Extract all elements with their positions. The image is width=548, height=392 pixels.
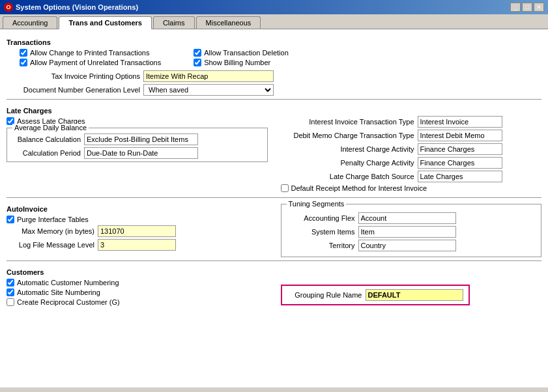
max-memory-label: Max Memory (in bytes) [7, 227, 98, 235]
cb-allow-payment-label: Allow Payment of Unrelated Transactions [30, 59, 161, 66]
checkbox-purge[interactable]: Purge Interface Tables [7, 216, 268, 223]
log-file-input[interactable] [98, 239, 176, 251]
checkbox-show-billing[interactable]: Show Billing Number [194, 59, 289, 66]
late-charge-batch-source-input[interactable] [418, 171, 502, 182]
doc-number-select[interactable]: When saved [143, 84, 274, 96]
checkbox-allow-change[interactable]: Allow Change to Printed Transactions [20, 49, 161, 57]
checkbox-allow-payment[interactable]: Allow Payment of Unrelated Transactions [20, 59, 161, 66]
tax-invoice-label: Tax Invoice Printing Options [13, 72, 143, 80]
tax-invoice-input[interactable] [143, 70, 274, 82]
late-charge-batch-source-label: Late Charge Batch Source [281, 173, 418, 180]
log-file-label: Log File Message Level [7, 241, 98, 249]
cb-auto-site-input[interactable] [7, 288, 14, 296]
grouping-rule-box: Grouping Rule Name [281, 285, 470, 305]
maximize-button[interactable]: □ [522, 3, 532, 12]
penalty-charge-activity-input[interactable] [418, 157, 502, 169]
debit-memo-type-label: Debit Memo Charge Transaction Type [281, 132, 418, 139]
close-button[interactable]: ✕ [534, 3, 544, 12]
penalty-charge-activity-label: Penalty Charge Activity [281, 159, 418, 167]
territory-input[interactable] [358, 240, 456, 251]
interest-invoice-type-label: Interest Invoice Transaction Type [281, 118, 418, 126]
avg-daily-balance-title: Average Daily Balance [12, 124, 89, 132]
doc-number-label: Document Number Generation Level [13, 86, 143, 94]
balance-calc-input[interactable] [84, 133, 198, 145]
interest-charge-activity-input[interactable] [418, 143, 502, 155]
debit-memo-type-input[interactable] [418, 130, 502, 141]
title-bar: O System Options (Vision Operations) _ □… [0, 0, 548, 14]
main-content: Transactions Allow Change to Printed Tra… [0, 29, 548, 387]
tab-claims[interactable]: Claims [153, 16, 195, 29]
late-charges-section-label: Late Charges [7, 107, 268, 115]
tuning-segments-title: Tuning Segments [287, 200, 347, 208]
cb-default-receipt-input[interactable] [281, 184, 289, 192]
system-items-input[interactable] [358, 226, 456, 238]
interest-charge-activity-label: Interest Charge Activity [281, 145, 418, 153]
cb-allow-payment-input[interactable] [20, 59, 27, 66]
autoinvoice-section-label: AutoInvoice [7, 205, 268, 213]
customers-section-label: Customers [7, 268, 268, 276]
cb-purge-input[interactable] [7, 216, 14, 223]
tab-trans-customers[interactable]: Trans and Customers [59, 16, 151, 29]
cb-allow-deletion-label: Allow Transaction Deletion [204, 49, 289, 57]
cb-reciprocal-input[interactable] [7, 298, 14, 306]
accounting-flex-label: Accounting Flex [287, 214, 358, 222]
cb-allow-change-label: Allow Change to Printed Transactions [30, 49, 149, 57]
cb-auto-customer-label: Automatic Customer Numbering [17, 279, 119, 287]
grouping-rule-input[interactable] [366, 289, 463, 301]
cb-allow-deletion-input[interactable] [194, 49, 201, 57]
tab-miscellaneous[interactable]: Miscellaneous [196, 16, 261, 29]
cb-allow-change-input[interactable] [20, 49, 27, 57]
calc-period-label: Calculation Period [12, 149, 84, 157]
cb-auto-customer-input[interactable] [7, 279, 14, 287]
accounting-flex-input[interactable] [358, 212, 456, 224]
cb-purge-label: Purge Interface Tables [17, 216, 89, 223]
balance-calc-label: Balance Calculation [12, 135, 84, 143]
calc-period-input[interactable] [84, 147, 198, 159]
cb-show-billing-input[interactable] [194, 59, 201, 66]
window-controls[interactable]: _ □ ✕ [510, 3, 544, 12]
checkbox-auto-site[interactable]: Automatic Site Numbering [7, 288, 268, 296]
checkbox-reciprocal[interactable]: Create Reciprocal Customer (G) [7, 298, 268, 306]
window-title: System Options (Vision Operations) [16, 3, 138, 11]
system-items-label: System Items [287, 228, 358, 236]
territory-label: Territory [287, 242, 358, 249]
checkbox-default-receipt[interactable]: Default Receipt Method for Interest Invo… [281, 184, 542, 192]
cb-show-billing-label: Show Billing Number [204, 59, 270, 66]
grouping-rule-label: Grouping Rule Name [287, 291, 366, 299]
tab-accounting[interactable]: Accounting [3, 16, 57, 29]
cb-reciprocal-label: Create Reciprocal Customer (G) [17, 298, 120, 306]
cb-default-receipt-label: Default Receipt Method for Interest Invo… [291, 184, 427, 192]
cb-auto-site-label: Automatic Site Numbering [17, 288, 100, 296]
max-memory-input[interactable] [98, 225, 176, 237]
interest-invoice-type-input[interactable] [418, 116, 502, 128]
checkbox-auto-customer[interactable]: Automatic Customer Numbering [7, 279, 268, 287]
checkbox-allow-deletion[interactable]: Allow Transaction Deletion [194, 49, 289, 57]
minimize-button[interactable]: _ [510, 3, 521, 12]
app-icon: O [4, 3, 13, 12]
tab-bar: Accounting Trans and Customers Claims Mi… [0, 14, 548, 29]
transactions-section-label: Transactions [7, 38, 541, 46]
